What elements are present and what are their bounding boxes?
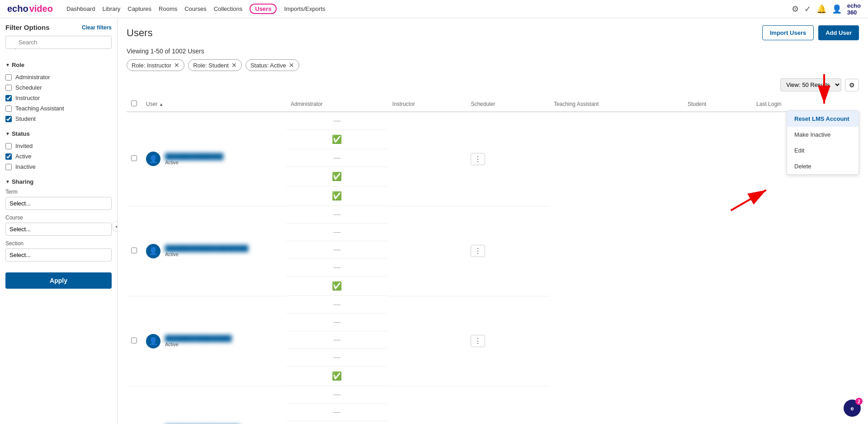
admin-3: — [286, 296, 388, 314]
echo-badge-label: e [850, 405, 854, 412]
instructor-4: — [286, 404, 388, 421]
scheduler-2: — [286, 241, 388, 259]
checkbox-scheduler[interactable] [5, 85, 12, 91]
nav-courses[interactable]: Courses [184, 5, 206, 12]
checkmark-icon[interactable]: ✓ [804, 4, 811, 14]
search-input[interactable] [5, 36, 112, 49]
role-section: ▼ Role Administrator Scheduler Instructo… [5, 62, 112, 124]
course-select-wrap: Select... [5, 223, 112, 236]
last-login-2 [388, 206, 467, 296]
admin-2: — [286, 206, 388, 224]
table-filter-icon-btn[interactable]: ⚙ [845, 79, 859, 91]
filter-active[interactable]: Active [5, 151, 112, 162]
filter-invited[interactable]: Invited [5, 141, 112, 151]
avatar-1: 👤 [146, 152, 160, 166]
instructor-1: ✅ [286, 130, 388, 149]
echo-badge[interactable]: e 2 [844, 400, 861, 417]
ta-1: ✅ [286, 167, 388, 186]
col-user[interactable]: User ▲ [142, 97, 286, 112]
checkbox-inactive[interactable] [5, 164, 12, 170]
add-user-button[interactable]: Add User [818, 25, 859, 40]
dropdown-make-inactive[interactable]: Make Inactive [787, 127, 859, 143]
actions-btn-1[interactable]: ⋮ [471, 153, 485, 165]
user-cell-3: 👤 ████████████████ Active [146, 334, 282, 348]
checkbox-teaching-assistant[interactable] [5, 105, 12, 112]
filter-instructor[interactable]: Instructor [5, 93, 112, 103]
ta-3: — [286, 349, 388, 367]
filter-student[interactable]: Student [5, 114, 112, 124]
user-icon[interactable]: 👤 [832, 4, 842, 14]
settings-icon[interactable]: ⚙ [792, 4, 799, 14]
nav-rooms[interactable]: Rooms [159, 5, 177, 12]
clear-filters-link[interactable]: Clear filters [82, 24, 112, 31]
main-content: Users Import Users Add User Viewing 1-50… [118, 18, 868, 424]
table-row: 👤 ████████████████ Active — — — — ✅ [127, 296, 859, 386]
user-status-3: Active [165, 342, 231, 347]
checkbox-administrator[interactable] [5, 74, 12, 81]
filter-administrator[interactable]: Administrator [5, 72, 112, 82]
checkbox-instructor[interactable] [5, 95, 12, 101]
actions-cell-4: ⋮ [466, 386, 549, 424]
checkbox-invited[interactable] [5, 143, 12, 149]
row-checkbox-1[interactable] [131, 155, 137, 161]
table-row: 👤 ████████████████████ Active — — — — ✅ [127, 206, 859, 296]
search-wrap: 🔍 [5, 36, 112, 55]
admin-4: — [286, 386, 388, 404]
page-title: Users [127, 27, 152, 39]
bell-icon[interactable]: 🔔 [816, 4, 826, 14]
nav-imports-exports[interactable]: Imports/Exports [284, 5, 325, 12]
avatar-2: 👤 [146, 244, 160, 258]
apply-button[interactable]: Apply [5, 272, 112, 289]
filter-inactive[interactable]: Inactive [5, 162, 112, 172]
checkbox-student[interactable] [5, 116, 12, 122]
select-all-checkbox[interactable] [131, 100, 137, 106]
status-collapse-arrow: ▼ [5, 131, 10, 136]
filter-tags: Role: Instructor ✕ Role: Student ✕ Statu… [127, 59, 859, 71]
import-users-button[interactable]: Import Users [762, 25, 814, 40]
logo-video: video [29, 4, 53, 14]
actions-btn-3[interactable]: ⋮ [471, 335, 485, 347]
scheduler-4: — [286, 421, 388, 424]
dropdown-reset-lms[interactable]: Reset LMS Account [787, 111, 859, 127]
sharing-section-title[interactable]: ▼ Sharing [5, 178, 112, 185]
user-name-3: ████████████████ [165, 335, 231, 342]
remove-tag-instructor[interactable]: ✕ [174, 62, 179, 69]
nav-links: Dashboard Library Captures Rooms Courses… [66, 4, 783, 14]
nav-library[interactable]: Library [103, 5, 121, 12]
nav-dashboard[interactable]: Dashboard [66, 5, 95, 12]
filter-scheduler[interactable]: Scheduler [5, 82, 112, 93]
status-section-title[interactable]: ▼ Status [5, 130, 112, 137]
instructor-3: — [286, 314, 388, 331]
ta-2: — [286, 259, 388, 276]
checkbox-active[interactable] [5, 153, 12, 160]
term-select-wrap: Select... [5, 197, 112, 210]
col-actions: Reset LMS Account Make Inactive Edit Del… [836, 97, 859, 112]
col-last-login: Last Login [752, 97, 836, 112]
row-checkbox-2[interactable] [131, 248, 137, 253]
course-label: Course [5, 214, 112, 221]
dropdown-edit[interactable]: Edit [787, 143, 859, 158]
remove-tag-student[interactable]: ✕ [231, 62, 237, 69]
nav-users[interactable]: Users [250, 4, 277, 14]
dropdown-delete[interactable]: Delete [787, 158, 859, 174]
section-select[interactable]: Select... [5, 248, 112, 262]
nav-captures[interactable]: Captures [127, 5, 151, 12]
remove-tag-active[interactable]: ✕ [289, 62, 294, 69]
view-results-select[interactable]: View: 50 Results [780, 78, 841, 91]
sidebar-collapse-btn[interactable]: ◀ [112, 221, 118, 232]
course-select[interactable]: Select... [5, 223, 112, 236]
role-section-title[interactable]: ▼ Role [5, 62, 112, 68]
sidebar-header: Filter Options Clear filters [5, 24, 112, 31]
actions-btn-2[interactable]: ⋮ [471, 245, 485, 257]
nav-collections[interactable]: Collections [214, 5, 243, 12]
student-3: ✅ [286, 367, 388, 386]
users-table: User ▲ Administrator Instructor Schedule… [127, 97, 859, 424]
filter-teaching-assistant[interactable]: Teaching Assistant [5, 103, 112, 114]
term-select[interactable]: Select... [5, 197, 112, 210]
last-login-1 [388, 112, 467, 206]
row-checkbox-3[interactable] [131, 338, 137, 343]
user-cell-2: 👤 ████████████████████ Active [146, 244, 282, 258]
table-body: 👤 ██████████████ Active — ✅ — ✅ ✅ [127, 112, 859, 424]
last-login-3 [388, 296, 467, 386]
actions-cell-3: ⋮ [466, 296, 549, 386]
